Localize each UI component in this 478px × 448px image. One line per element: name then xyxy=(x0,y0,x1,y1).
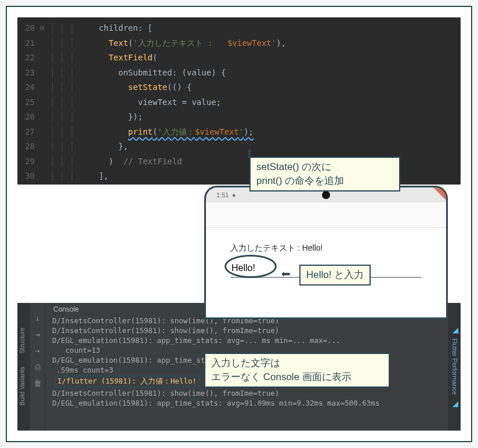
right-toolwindow-bar[interactable]: ◢ Flutter Performance ◢ xyxy=(448,303,461,431)
scroll-down-icon[interactable]: ↓ xyxy=(35,313,39,323)
arrow-left-icon: ⬅ xyxy=(281,265,291,284)
log-line: D/EGL_emulation(15981): app_time_stats: … xyxy=(49,335,444,345)
console-icon-column: ↓ ⇥ ⇢ ⎙ 🗑 xyxy=(30,303,45,431)
code-line[interactable]: 23 │ │ │ onSubmitted: (value) { xyxy=(17,66,461,81)
code-line[interactable]: 21 │ │ │ Text('入力したテキスト : $viewText'), xyxy=(17,36,461,51)
code-line[interactable]: 27 │ │ │ print('入力値：$viewText'); xyxy=(17,125,461,140)
callout-print-added: setState() の次に print() の命令を追加 xyxy=(249,157,400,192)
callout-console-output: 入力した文字は エラーなく Console 画面に表示 xyxy=(204,353,390,388)
phone-clock: 1:51 xyxy=(216,192,229,198)
trash-icon[interactable]: 🗑 xyxy=(34,378,42,388)
phone-emulator: 1:51 ♦ 入力したテキスト : Hello! xyxy=(204,186,448,319)
phone-appbar xyxy=(206,203,446,228)
code-line[interactable]: 22 │ │ │ TextField( xyxy=(17,50,461,66)
flutter-performance-tab[interactable]: Flutter Performance xyxy=(451,338,458,395)
tutorial-frame: 20⊖│ │ │ children: [21 │ │ │ Text('入力したテ… xyxy=(6,6,472,442)
code-line[interactable]: 26 │ │ │ }); xyxy=(17,110,461,125)
build-variants-tab[interactable]: Build Variants xyxy=(19,367,26,406)
display-text-label: 入力したテキスト : Hello! xyxy=(230,243,422,254)
callout-line: print() の命令を追加 xyxy=(256,174,393,188)
callout-text: Hello! と入力 xyxy=(306,269,364,280)
arrow-left-icon: ⬅ xyxy=(189,392,197,407)
callout-line: 入力した文字は xyxy=(211,356,383,370)
left-toolwindow-bar[interactable]: Build Variants Structure xyxy=(17,303,30,431)
scroll-end-icon[interactable]: ⇢ xyxy=(35,346,39,355)
code-line[interactable]: 28 │ │ │ }, xyxy=(17,139,461,154)
callout-line: エラーなく Console 画面に表示 xyxy=(211,370,383,384)
debug-ribbon-icon xyxy=(433,187,446,200)
callout-line: setState() の次に xyxy=(256,160,393,174)
code-line[interactable]: 24 │ │ │ setState(() { xyxy=(17,80,461,95)
log-line: D/EGL_emulation(15981): app_time_stats: … xyxy=(49,398,444,408)
code-line[interactable]: 20⊖│ │ │ children: [ xyxy=(17,21,461,36)
soft-wrap-icon[interactable]: ⇥ xyxy=(35,330,39,339)
callout-hello-input: Hello! と入力 xyxy=(299,265,371,286)
code-line[interactable]: 25 │ │ │ viewText = value; xyxy=(17,95,461,110)
flutter-icon: ◢ xyxy=(451,326,459,334)
log-line: D/InsetsController(15981): show(ime(), f… xyxy=(49,388,444,398)
print-icon[interactable]: ⎙ xyxy=(35,362,40,371)
structure-tab[interactable]: Structure xyxy=(19,328,26,354)
phone-notch xyxy=(322,191,330,199)
flutter-icon: ◢ xyxy=(451,399,459,408)
log-line: D/InsetsController(15981): show(ime(), f… xyxy=(49,326,444,335)
